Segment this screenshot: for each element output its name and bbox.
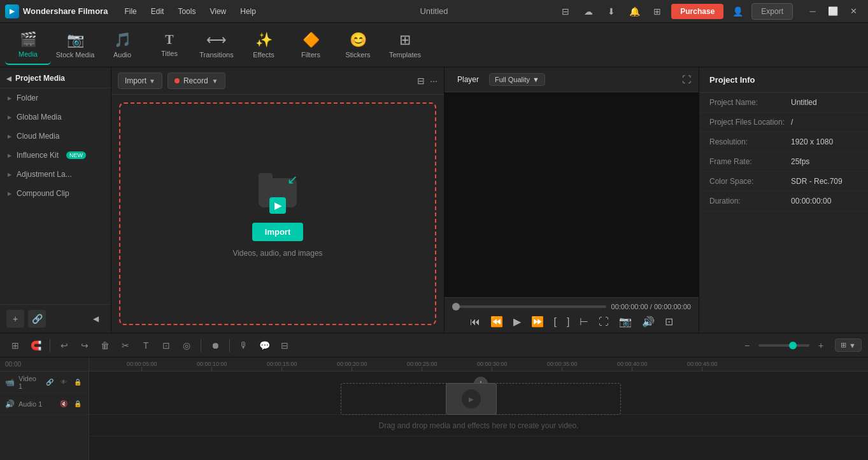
menu-tools[interactable]: Tools — [171, 4, 202, 18]
timeline-crop-button[interactable]: ⊡ — [157, 337, 175, 354]
sidebar-item-global-media[interactable]: ▶ Global Media — [0, 108, 111, 127]
timeline-subtitle-button[interactable]: 💬 — [255, 337, 273, 354]
add-folder-button[interactable]: + — [6, 310, 24, 328]
player-mark-in-button[interactable]: [ — [554, 316, 557, 328]
quality-select[interactable]: Full Quality ▼ — [489, 73, 545, 86]
collapse-panel-button[interactable]: ◀ — [87, 310, 104, 328]
video-track-mute-button[interactable]: 👁 — [58, 377, 69, 388]
menu-help[interactable]: Help — [234, 4, 262, 18]
audio-track-mute-button[interactable]: 🔇 — [58, 398, 69, 410]
menu-edit[interactable]: Edit — [145, 4, 171, 18]
toolbar-stickers[interactable]: 😊 Stickers — [335, 25, 381, 65]
sidebar-item-folder[interactable]: ▶ Folder — [0, 88, 111, 108]
toolbar-templates[interactable]: ⊞ Templates — [382, 25, 428, 65]
player-mark-out-button[interactable]: ] — [567, 316, 569, 328]
toolbar-media[interactable]: 🎬 Media — [5, 25, 51, 65]
player-pip-button[interactable]: ⊡ — [665, 316, 673, 328]
window-close-button[interactable]: ✕ — [844, 3, 863, 20]
influence-kit-arrow-icon: ▶ — [8, 153, 11, 158]
player-frame-back-button[interactable]: ⏪ — [490, 316, 503, 328]
player-screen-icon[interactable]: ⛶ — [682, 74, 691, 85]
player-progress-track[interactable] — [452, 305, 606, 308]
player-fullscreen-button[interactable]: ⛶ — [599, 316, 609, 328]
player-frame-forward-button[interactable]: ⏩ — [531, 316, 544, 328]
apps-icon[interactable]: ⊞ — [648, 3, 666, 20]
player-split-button[interactable]: ⊢ — [580, 316, 588, 328]
drop-zone-hint: Videos, audio, and images — [232, 249, 322, 258]
timeline-add-track-button[interactable]: ⊞ — [6, 337, 24, 354]
player-progress-thumb[interactable] — [452, 303, 460, 310]
avatar-icon[interactable]: 👤 — [729, 3, 746, 20]
ruler-mark-1: 00:00:05:00 — [127, 361, 157, 371]
media-more-icon[interactable]: ··· — [430, 76, 438, 86]
video-track-link-button[interactable]: 🔗 — [44, 377, 55, 388]
notification-icon[interactable]: 🔔 — [625, 3, 643, 20]
download-arrow-icon: ↙ — [287, 172, 298, 187]
sidebar-item-compound-clip[interactable]: ▶ Compound Clip — [0, 184, 111, 203]
timeline-redo-button[interactable]: ↪ — [76, 337, 94, 354]
menu-file[interactable]: File — [118, 4, 143, 18]
timeline-record-button[interactable]: ⏺ — [206, 337, 224, 354]
sidebar-item-cloud-media[interactable]: ▶ Cloud Media — [0, 127, 111, 146]
layout-dropdown-icon: ▼ — [849, 342, 856, 349]
toolbar-stock-media[interactable]: 📷 Stock Media — [52, 25, 98, 65]
timeline-cut-button[interactable]: ✂ — [117, 337, 134, 354]
toolbar-audio-label: Audio — [113, 51, 131, 59]
info-value-colorspace: SDR - Rec.709 — [791, 177, 843, 186]
stock-media-icon: 📷 — [67, 32, 84, 48]
media-toolbar: Import ▼ Record ▼ ⊟ ··· — [111, 67, 444, 95]
window-maximize-button[interactable]: ⬜ — [823, 3, 843, 20]
sidebar-item-adjustment[interactable]: ▶ Adjustment La... — [0, 165, 111, 184]
drop-zone[interactable]: ↙ ▶ Import Videos, audio, and images — [119, 102, 436, 325]
toolbar-separator-3 — [229, 339, 230, 352]
quality-label: Full Quality — [495, 76, 530, 83]
window-minimize-button[interactable]: ─ — [803, 3, 822, 20]
dropzone-import-button[interactable]: Import — [252, 223, 303, 241]
import-button[interactable]: Import ▼ — [118, 73, 162, 89]
player-snapshot-button[interactable]: 📷 — [619, 316, 632, 328]
media-filter-icon[interactable]: ⊟ — [417, 76, 425, 86]
toolbar-audio[interactable]: 🎵 Audio — [99, 25, 145, 65]
minimize-window-icon[interactable]: ⊟ — [557, 3, 574, 20]
video-track-lock-button[interactable]: 🔒 — [72, 377, 83, 388]
timeline-zoom-slider[interactable] — [758, 344, 809, 347]
timeline-delete-button[interactable]: 🗑 — [96, 337, 114, 354]
player-skip-back-button[interactable]: ⏮ — [470, 316, 480, 328]
timeline-magnet-button[interactable]: 🧲 — [27, 337, 45, 354]
panel-collapse-icon[interactable]: ◀ — [6, 75, 11, 82]
video-clip[interactable]: ▶ — [446, 383, 497, 415]
adjustment-arrow-icon: ▶ — [8, 172, 11, 178]
ruler-mark-7: 00:00:35:00 — [547, 361, 578, 371]
timeline-layout-button[interactable]: ⊞ ▼ — [835, 338, 862, 352]
audio-track-lock-button[interactable]: 🔒 — [72, 398, 83, 410]
timeline-zoom-in-button[interactable]: + — [812, 337, 830, 354]
timeline-mask-button[interactable]: ◎ — [178, 337, 196, 354]
export-button[interactable]: Export — [751, 3, 793, 20]
info-label-duration: Duration: — [709, 197, 786, 206]
sidebar-item-influence-kit[interactable]: ▶ Influence Kit NEW — [0, 146, 111, 165]
toolbar-titles[interactable]: T Titles — [146, 25, 192, 65]
menu-view[interactable]: View — [203, 4, 232, 18]
timeline-tracks: + ▶ Drag and drop media and effects here… — [89, 372, 868, 436]
ruler-mark-8: 00:00:40:00 — [617, 361, 648, 371]
timeline-zoom-thumb[interactable] — [789, 342, 797, 349]
player-volume-button[interactable]: 🔊 — [642, 316, 655, 328]
toolbar-filters[interactable]: 🔶 Filters — [288, 25, 334, 65]
timeline-undo-button[interactable]: ↩ — [55, 337, 73, 354]
link-button[interactable]: 🔗 — [28, 310, 46, 328]
record-button[interactable]: Record ▼ — [167, 73, 225, 89]
player-tab[interactable]: Player — [452, 73, 484, 87]
timeline-zoom-out-button[interactable]: − — [738, 337, 756, 354]
timeline-pip-button[interactable]: ⊟ — [276, 337, 294, 354]
player-play-button[interactable]: ▶ — [513, 316, 521, 328]
player-panel: Player Full Quality ▼ ⛶ 00:00:00:00 / 00… — [445, 67, 699, 333]
toolbar-effects[interactable]: ✨ Effects — [241, 25, 287, 65]
player-timeline: 00:00:00:00 / 00:00:00:00 — [452, 303, 691, 310]
cloud-icon[interactable]: ☁ — [580, 3, 597, 20]
timeline-audio-effect-button[interactable]: 🎙 — [235, 337, 253, 354]
main-area: ◀ Project Media ▶ Folder ▶ Global Media … — [0, 67, 868, 333]
purchase-button[interactable]: Purchase — [671, 4, 723, 19]
timeline-text-button[interactable]: T — [137, 337, 155, 354]
download-icon[interactable]: ⬇ — [602, 3, 620, 20]
toolbar-transitions[interactable]: ⟷ Transitions — [194, 25, 239, 65]
